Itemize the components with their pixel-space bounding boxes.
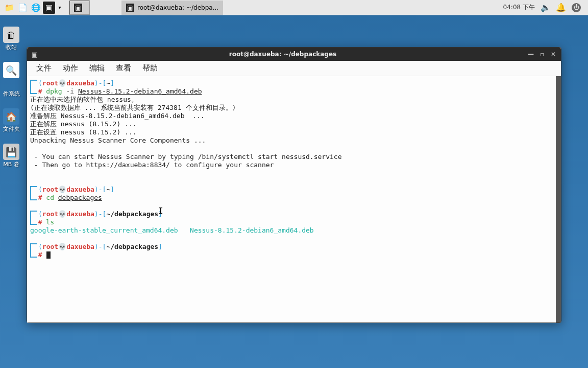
panel-launchers: 📁 📄 🌐 ▣ ▾	[3, 2, 63, 14]
terminal-icon: ▣	[74, 4, 82, 12]
taskbar-item-terminal-2[interactable]: ▣ root@daxueba: ~/debpa...	[121, 1, 223, 15]
menu-view[interactable]: 查看	[112, 61, 135, 75]
window-terminal-icon: ▣	[30, 50, 39, 59]
terminal-body[interactable]: (root💀daxueba)-[~] # dpkg -i Nessus-8.15…	[27, 76, 561, 323]
window-controls: — ▫ ✕	[526, 50, 558, 59]
home-icon: 🏠	[3, 108, 19, 125]
scrollbar[interactable]	[556, 76, 561, 323]
desktop-icons: 🗑 收站 🔍 件系统 🏠 文件夹 💾 MB 卷	[0, 20, 22, 168]
volume-icon[interactable]: 🔈	[541, 3, 550, 12]
menu-action[interactable]: 动作	[59, 61, 82, 75]
search-icon: 🔍	[3, 62, 19, 78]
taskbar-item-label: root@daxueba: ~/debpa...	[137, 4, 218, 11]
launcher-dropdown-icon[interactable]: ▾	[56, 2, 63, 14]
minimize-button[interactable]: —	[526, 50, 535, 59]
browser-launcher-icon[interactable]: 🌐	[30, 2, 42, 14]
notification-icon[interactable]: 🔔	[556, 3, 566, 12]
trash-icon[interactable]: 🗑 收站	[1, 27, 22, 51]
clock[interactable]: 04:08 下午	[503, 3, 535, 12]
volume-icon-desktop[interactable]: 💾 MB 卷	[1, 144, 22, 168]
maximize-button[interactable]: ▫	[537, 50, 547, 59]
desktop-icon-label: 件系统	[3, 91, 20, 97]
window-title: root@daxueba: ~/debpackages	[39, 51, 526, 58]
terminal-icon: ▣	[126, 4, 134, 12]
menu-edit[interactable]: 编辑	[85, 61, 109, 75]
search-icon-desktop[interactable]: 🔍	[1, 62, 22, 80]
taskbar: ▣ ▣ root@daxueba: ~/debpa...	[69, 1, 223, 15]
terminal-window: ▣ root@daxueba: ~/debpackages — ▫ ✕ 文件 动…	[27, 47, 561, 323]
titlebar[interactable]: ▣ root@daxueba: ~/debpackages — ▫ ✕	[27, 48, 561, 61]
panel-tray: 04:08 下午 🔈 🔔 ⏻	[503, 3, 585, 12]
desktop-icon-label: 文件夹	[3, 126, 20, 132]
menubar: 文件 动作 编辑 查看 帮助	[27, 61, 561, 76]
terminal-output: (root💀daxueba)-[~] # dpkg -i Nessus-8.15…	[30, 79, 558, 259]
cursor-block	[46, 251, 51, 259]
taskbar-item-terminal-1[interactable]: ▣	[69, 1, 90, 15]
menu-help[interactable]: 帮助	[138, 61, 162, 75]
text-editor-launcher-icon[interactable]: 📄	[16, 2, 29, 14]
trash-can-icon: 🗑	[3, 27, 19, 43]
close-button[interactable]: ✕	[549, 50, 558, 59]
desktop-icon-label: MB 卷	[3, 162, 19, 168]
menu-file[interactable]: 文件	[32, 61, 56, 75]
terminal-launcher-icon[interactable]: ▣	[43, 2, 55, 14]
filesystem-icon-desktop[interactable]: 件系统	[1, 91, 22, 97]
disk-icon: 💾	[3, 144, 19, 160]
top-panel: 📁 📄 🌐 ▣ ▾ ▣ ▣ root@daxueba: ~/debpa... 0…	[0, 0, 588, 15]
files-launcher-icon[interactable]: 📁	[3, 2, 15, 14]
home-folder-desktop[interactable]: 🏠 文件夹	[1, 108, 22, 132]
desktop-icon-label: 收站	[6, 44, 17, 51]
power-icon[interactable]: ⏻	[572, 3, 581, 12]
